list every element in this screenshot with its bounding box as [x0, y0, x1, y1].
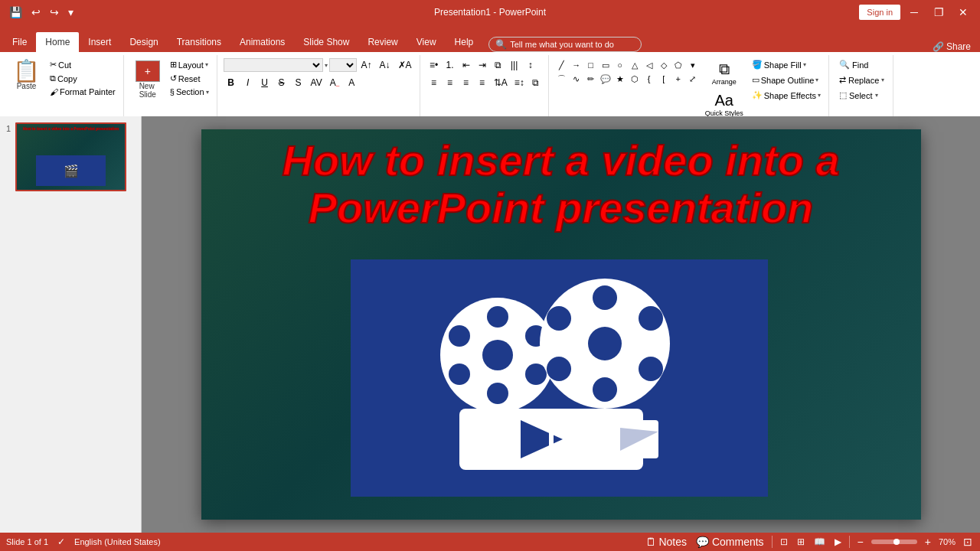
- cut-button[interactable]: ✂ Cut: [47, 58, 119, 71]
- paste-button[interactable]: 📋 Paste: [8, 58, 45, 93]
- section-button[interactable]: § Section ▾: [167, 86, 212, 98]
- fit-slide-button[interactable]: ⊡: [962, 536, 974, 548]
- decrease-font-button[interactable]: A↓: [377, 58, 394, 72]
- shape-arc-btn[interactable]: ⌒: [555, 72, 569, 86]
- find-button[interactable]: 🔍 Find: [835, 58, 872, 71]
- share-button[interactable]: 🔗 Share: [933, 41, 971, 52]
- align-right-button[interactable]: ≡: [459, 76, 474, 90]
- shape-rtri-btn[interactable]: ◁: [642, 58, 656, 72]
- close-button[interactable]: ✕: [952, 2, 974, 23]
- save-button[interactable]: 💾: [6, 5, 25, 20]
- line-spacing-button[interactable]: ↕: [523, 58, 538, 72]
- italic-button[interactable]: I: [240, 76, 256, 90]
- new-slide-button[interactable]: + NewSlide: [130, 58, 165, 101]
- numbering-button[interactable]: 1.: [443, 58, 458, 72]
- format-painter-button[interactable]: 🖌 Format Painter: [47, 86, 119, 98]
- replace-button[interactable]: ⇄ Replace ▾: [835, 73, 888, 86]
- clear-format-button[interactable]: ✗A: [395, 58, 415, 72]
- shape-bracket-btn[interactable]: [: [657, 72, 671, 86]
- shape-round-btn[interactable]: ▭: [599, 58, 612, 72]
- underline-button[interactable]: U: [257, 76, 273, 90]
- bold-button[interactable]: B: [224, 76, 239, 90]
- columns-button[interactable]: |||: [507, 58, 522, 72]
- zoom-out-button[interactable]: −: [856, 536, 865, 548]
- tab-animations[interactable]: Animations: [230, 32, 294, 52]
- shape-arrow-btn[interactable]: →: [570, 58, 583, 72]
- slideshow-button[interactable]: ▶: [833, 536, 843, 547]
- shapes-more-btn[interactable]: ▾: [686, 58, 700, 72]
- align-left-button[interactable]: ≡: [426, 76, 442, 90]
- notes-button[interactable]: 🗒 Notes: [644, 536, 688, 548]
- tell-me-input[interactable]: 🔍 Tell me what you want to do: [488, 37, 642, 52]
- section-icon: §: [170, 87, 175, 96]
- status-right: 🗒 Notes 💬 Comments ⊡ ⊞ 📖 ▶ − + 70% ⊡: [644, 536, 974, 548]
- shape-hexagon-btn[interactable]: ⬡: [628, 72, 642, 86]
- text-direction-button[interactable]: ⇅A: [491, 76, 511, 90]
- undo-button[interactable]: ↩: [28, 5, 44, 20]
- bullets-button[interactable]: ≡•: [426, 58, 442, 72]
- quick-styles-button[interactable]: Aa Quick Styles: [703, 90, 746, 119]
- zoom-slider[interactable]: [871, 540, 917, 544]
- shape-diamond-btn[interactable]: ◇: [657, 58, 671, 72]
- sign-in-button[interactable]: Sign in: [859, 5, 900, 20]
- shape-fill-button[interactable]: 🪣 Shape Fill ▾: [749, 58, 824, 71]
- customize-button[interactable]: ▾: [65, 5, 77, 20]
- font-color-button[interactable]: A_: [327, 76, 342, 90]
- increase-font-button[interactable]: A↑: [358, 58, 375, 72]
- slide-sorter-button[interactable]: ⊞: [795, 536, 806, 547]
- smartart-button[interactable]: ⧉: [491, 58, 506, 72]
- font-size-select[interactable]: [329, 58, 357, 72]
- shadow-button[interactable]: S: [291, 76, 306, 90]
- slide-thumb-1[interactable]: 1 How to insert a video into a PowerPoin…: [6, 122, 135, 191]
- decrease-indent-button[interactable]: ⇤: [459, 58, 474, 72]
- tab-view[interactable]: View: [407, 32, 446, 52]
- zoom-in-button[interactable]: +: [923, 536, 933, 548]
- shape-pent-btn[interactable]: ⬠: [671, 58, 685, 72]
- shape-curve-btn[interactable]: ∿: [570, 72, 583, 86]
- shape-effects-button[interactable]: ✨ Shape Effects ▾: [749, 89, 824, 102]
- restore-button[interactable]: ❐: [928, 2, 949, 23]
- shape-plus-btn[interactable]: +: [671, 72, 685, 86]
- shape-freeform-btn[interactable]: ✏: [584, 72, 598, 86]
- shape-tri-btn[interactable]: △: [628, 58, 642, 72]
- tab-transitions[interactable]: Transitions: [168, 32, 230, 52]
- reset-button[interactable]: ↺ Reset: [167, 72, 212, 85]
- increase-indent-button[interactable]: ⇥: [475, 58, 490, 72]
- tab-design[interactable]: Design: [120, 32, 167, 52]
- shape-oval-btn[interactable]: ○: [613, 58, 627, 72]
- new-slide-icon: +: [136, 60, 160, 82]
- align-center-button[interactable]: ≡: [443, 76, 458, 90]
- convert-smartart-button[interactable]: ⧉: [528, 76, 544, 90]
- shape-star-btn[interactable]: ★: [613, 72, 627, 86]
- select-button[interactable]: ⬚ Select ▾: [835, 89, 882, 102]
- language-display: English (United States): [74, 537, 161, 546]
- align-text-button[interactable]: ≡↕: [511, 76, 528, 90]
- tab-help[interactable]: Help: [446, 32, 483, 52]
- tab-home[interactable]: Home: [36, 32, 79, 52]
- shape-brace-btn[interactable]: {: [642, 72, 656, 86]
- font-family-select[interactable]: [224, 58, 323, 72]
- shape-outline-button[interactable]: ▭ Shape Outline ▾: [749, 73, 824, 86]
- minimize-button[interactable]: ─: [903, 2, 925, 23]
- layout-button[interactable]: ⊞ Layout ▾: [167, 58, 212, 71]
- shape-line-btn[interactable]: ╱: [555, 58, 569, 72]
- shape-effects-icon: ✨: [752, 90, 763, 100]
- shape-arrow2-btn[interactable]: ⤢: [686, 72, 700, 86]
- char-spacing-button[interactable]: AV: [308, 76, 325, 90]
- tab-insert[interactable]: Insert: [79, 32, 120, 52]
- shape-rect-btn[interactable]: □: [584, 58, 598, 72]
- arrange-button[interactable]: ⧉ Arrange: [703, 58, 746, 88]
- reading-view-button[interactable]: 📖: [812, 536, 827, 547]
- canvas-area[interactable]: How to insert a video into a PowerPoint …: [142, 116, 980, 533]
- tab-slideshow[interactable]: Slide Show: [294, 32, 358, 52]
- strikethrough-button[interactable]: S: [274, 76, 289, 90]
- tab-review[interactable]: Review: [358, 32, 407, 52]
- tab-file[interactable]: File: [3, 32, 36, 52]
- comments-button[interactable]: 💬 Comments: [694, 536, 766, 548]
- shape-callout-btn[interactable]: 💬: [599, 72, 612, 86]
- redo-button[interactable]: ↪: [47, 5, 62, 20]
- normal-view-button[interactable]: ⊡: [779, 536, 789, 547]
- copy-button[interactable]: ⧉ Copy: [47, 72, 119, 85]
- highlight-button[interactable]: A: [344, 76, 359, 90]
- justify-button[interactable]: ≡: [475, 76, 490, 90]
